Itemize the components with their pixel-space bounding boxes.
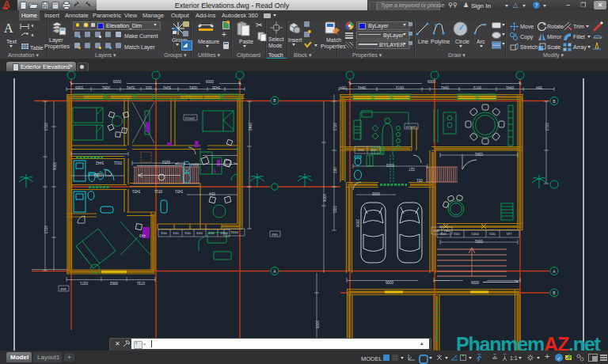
svg-text:003: 003	[173, 231, 179, 235]
svg-text:20012: 20012	[184, 116, 195, 120]
svg-text:0006: 0006	[322, 194, 326, 203]
svg-text:6944: 6944	[190, 162, 199, 166]
svg-text:564: 564	[536, 85, 542, 89]
svg-text:0371: 0371	[79, 281, 88, 285]
svg-text:20023: 20023	[405, 125, 416, 129]
svg-text:0232: 0232	[93, 173, 102, 176]
svg-text:003: 003	[161, 231, 167, 235]
svg-text:0072: 0072	[473, 85, 481, 89]
svg-text:0081: 0081	[474, 239, 483, 243]
svg-text:0009: 0009	[205, 79, 214, 83]
svg-text:0882: 0882	[109, 281, 118, 285]
svg-text:464: 464	[60, 287, 66, 291]
svg-text:003: 003	[196, 231, 203, 235]
svg-text:0005: 0005	[315, 320, 319, 329]
svg-text:003: 003	[146, 85, 152, 89]
svg-text:054: 054	[209, 191, 215, 195]
svg-text:0313: 0313	[44, 123, 48, 131]
svg-text:0006: 0006	[385, 280, 393, 284]
svg-text:081: 081	[443, 229, 450, 233]
svg-text:059: 059	[370, 148, 377, 152]
svg-text:0641: 0641	[357, 85, 366, 89]
svg-text:5435: 5435	[211, 85, 220, 89]
svg-text:059: 059	[433, 229, 439, 233]
svg-text:0381: 0381	[474, 152, 483, 156]
svg-text:003: 003	[489, 232, 496, 236]
svg-text:051: 051	[416, 178, 423, 182]
svg-text:0072: 0072	[395, 85, 404, 89]
svg-text:0081: 0081	[188, 85, 197, 89]
svg-text:0313: 0313	[44, 226, 48, 234]
svg-text:057: 057	[332, 167, 336, 173]
svg-text:0253: 0253	[162, 160, 170, 164]
svg-text:0641: 0641	[505, 85, 514, 89]
svg-text:443: 443	[139, 233, 146, 237]
svg-text:0313: 0313	[545, 123, 549, 131]
svg-text:027: 027	[408, 167, 415, 171]
svg-text:0006: 0006	[52, 162, 56, 171]
svg-text:564: 564	[272, 233, 278, 237]
svg-text:0311: 0311	[114, 161, 122, 165]
svg-text:5241: 5241	[126, 85, 135, 89]
svg-text:0731: 0731	[136, 281, 145, 285]
svg-text:0009: 0009	[427, 79, 435, 83]
svg-text:0031: 0031	[230, 230, 238, 234]
svg-text:5451: 5451	[131, 189, 140, 193]
svg-text:5451: 5451	[174, 189, 183, 193]
svg-text:2606: 2606	[355, 219, 359, 228]
svg-text:0313: 0313	[332, 123, 336, 131]
svg-text:0641: 0641	[440, 85, 449, 89]
svg-text:0511: 0511	[154, 189, 162, 193]
svg-text:003: 003	[454, 232, 460, 236]
svg-text:5395: 5395	[74, 85, 83, 89]
svg-text:5241: 5241	[162, 85, 171, 89]
svg-text:141: 141	[506, 232, 512, 236]
svg-text:0009: 0009	[112, 79, 121, 83]
svg-text:0845: 0845	[248, 123, 252, 131]
svg-text:0103: 0103	[386, 163, 394, 167]
svg-text:003: 003	[208, 231, 215, 235]
svg-text:564: 564	[340, 85, 346, 89]
svg-text:003: 003	[184, 231, 191, 235]
svg-text:0006: 0006	[470, 280, 479, 284]
svg-text:0095: 0095	[371, 191, 380, 195]
svg-text:5442: 5442	[95, 161, 104, 165]
svg-text:059: 059	[358, 148, 364, 152]
svg-text:0081: 0081	[101, 85, 110, 89]
svg-text:0321: 0321	[332, 206, 336, 214]
svg-text:0031: 0031	[220, 231, 228, 235]
svg-text:0001: 0001	[471, 232, 479, 236]
